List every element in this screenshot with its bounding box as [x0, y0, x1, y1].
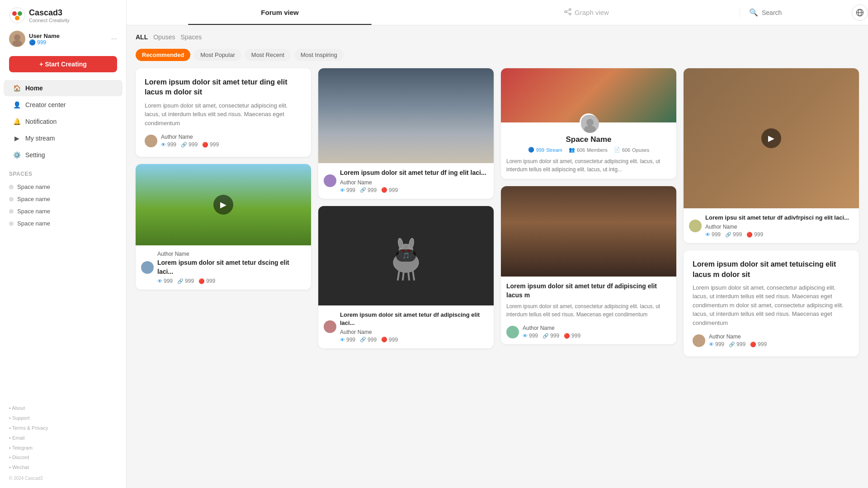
search-icon: 🔍 [749, 8, 758, 17]
space-card-name: Space Name [501, 135, 676, 144]
space-label-4: Space name [17, 220, 50, 227]
card-donkey-author-row: Lorem ipsum dolor sit amet tetur df adip… [324, 311, 488, 343]
sidebar-item-setting[interactable]: ⚙️ Setting [4, 147, 123, 163]
user-section: User Name 🔵 999 ··· [0, 25, 126, 52]
card-donkey[interactable]: 🎵 Lorem ipsum dolor sit amet tetur df ad… [318, 206, 494, 348]
card-long-text-author-avatar [693, 334, 705, 347]
card-portrait[interactable]: Lorem ipsum dolor sit amet tetur df adip… [501, 186, 676, 344]
card-donkey-author-name: Author Name [340, 329, 488, 335]
space-dot [9, 197, 14, 202]
space-card[interactable]: Space Name 🔵 999 Stream 👥 606 Members 📄 … [501, 68, 676, 179]
logo-text: Cascad3 Connect Creativity [29, 8, 70, 23]
card-sky-likes: 🔗999 [360, 187, 377, 193]
svg-line-9 [566, 10, 569, 11]
card-sky-author-avatar [324, 174, 336, 187]
graph-view-label: Graph view [575, 9, 609, 16]
svg-line-23 [413, 271, 414, 280]
card-1-author-info: Author Name 👁999 🔗999 🔴999 [161, 134, 219, 148]
space-card-meta: 🔵 999 Stream 👥 606 Members 📄 606 Opuses [501, 147, 676, 153]
svg-line-10 [566, 12, 569, 14]
filter-tab-opuses[interactable]: Opuses [153, 33, 175, 42]
footer-link-about[interactable]: • About [9, 404, 117, 413]
space-avatar [580, 113, 598, 131]
stream-icon: ▶ [13, 134, 21, 142]
svg-point-2 [18, 11, 22, 16]
pill-recommended[interactable]: Recommended [136, 49, 190, 61]
search-input[interactable] [762, 9, 841, 16]
space-item-1[interactable]: Space name [9, 181, 117, 193]
card-long-text-comments: 🔴999 [750, 341, 767, 347]
sidebar-item-notification[interactable]: 🔔 Notification [4, 113, 123, 130]
card-sky[interactable]: Lorem ipsum dolor sit amet tetur df ing … [318, 68, 494, 199]
card-1-views: 👁999 [161, 141, 176, 148]
filter-tab-all[interactable]: ALL [136, 33, 148, 42]
user-more-icon[interactable]: ··· [111, 35, 117, 43]
card-1[interactable]: Lorem ipsum dolor sit amet tetur ding el… [136, 68, 311, 157]
pill-most-inspiring[interactable]: Most Inspiring [294, 49, 344, 61]
card-bookstore[interactable]: ▶ Lorem ipsu sit amet tetur df adivfrpis… [684, 68, 859, 243]
card-portrait-likes: 🔗999 [542, 333, 559, 339]
svg-point-5 [12, 40, 22, 47]
start-creating-button[interactable]: + Start Creating [9, 56, 117, 72]
pill-most-popular[interactable]: Most Popular [194, 49, 241, 61]
svg-point-4 [14, 34, 20, 41]
space-dot [9, 185, 14, 189]
footer-link-email[interactable]: • Email [9, 434, 117, 443]
card-grass-author-info: Author Name Lorem ipsum dolor sit amet t… [157, 251, 306, 284]
donkey-image: 🎵 [318, 206, 494, 305]
user-coins: 🔵 999 [29, 39, 108, 46]
footer-link-wechat[interactable]: • Wechat [9, 463, 117, 472]
card-long-text-stats: 👁999 🔗999 🔴999 [709, 341, 767, 347]
spaces-section: Spaces Space name Space name Space name … [0, 167, 126, 233]
space-item-4[interactable]: Space name [9, 217, 117, 230]
sidebar-item-home[interactable]: 🏠 Home [4, 80, 123, 96]
footer-link-terms[interactable]: • Terms & Privacy [9, 424, 117, 433]
card-grass-author-row: Author Name Lorem ipsum dolor sit amet t… [141, 251, 306, 284]
card-bookstore-author-name: Author Name [705, 224, 849, 230]
card-portrait-bottom: Lorem ipsum dolor sit amet tetur df adip… [501, 277, 676, 344]
footer-link-telegram[interactable]: • Telegram [9, 444, 117, 453]
card-donkey-stats: 👁999 🔗999 🔴999 [340, 337, 488, 343]
globe-button[interactable] [852, 5, 868, 21]
card-grass-video[interactable]: ▶ Author Name Lorem ipsum dolor sit amet… [136, 164, 311, 290]
sidebar-item-label-home: Home [25, 84, 43, 92]
card-portrait-image-wrap [501, 186, 676, 277]
sidebar: Cascad3 Connect Creativity User Name 🔵 9… [0, 0, 127, 488]
card-donkey-author-info: Lorem ipsum dolor sit amet tetur df adip… [340, 311, 488, 343]
space-item-2[interactable]: Space name [9, 193, 117, 205]
card-grass-stats: 👁999 🔗999 🔴999 [157, 278, 306, 284]
audio-control[interactable]: 🎵 [396, 249, 416, 262]
card-donkey-author-avatar [324, 320, 336, 333]
space-avatar-row [501, 113, 676, 131]
portrait-image [501, 186, 676, 277]
card-portrait-comments: 🔴999 [564, 333, 580, 339]
pill-most-recent[interactable]: Most Recent [245, 49, 291, 61]
sidebar-item-creator-center[interactable]: 👤 Creator center [4, 97, 123, 113]
card-portrait-author-row: Author Name 👁999 🔗999 🔴999 [506, 325, 671, 339]
card-1-comments: 🔴999 [202, 141, 219, 148]
card-grass-author-avatar [141, 261, 154, 274]
svg-line-21 [403, 272, 404, 280]
play-button[interactable]: ▶ [213, 195, 233, 215]
footer-link-support[interactable]: • Support [9, 414, 117, 423]
bookstore-play-button[interactable]: ▶ [761, 128, 781, 148]
space-members: 👥 606 Members [569, 147, 608, 153]
sidebar-item-my-stream[interactable]: ▶ My stream [4, 130, 123, 146]
card-long-text[interactable]: Lorem ipsum dolor sit amet tetuiscing el… [684, 250, 859, 357]
footer-link-discord[interactable]: • Discord [9, 453, 117, 462]
card-portrait-author-name: Author Name [523, 325, 580, 331]
logo-area: Cascad3 Connect Creativity [0, 0, 126, 25]
svg-line-22 [408, 272, 409, 280]
filter-tab-spaces[interactable]: Spaces [180, 33, 202, 42]
card-bookstore-likes: 🔗999 [725, 231, 742, 238]
card-long-text-views: 👁999 [709, 341, 724, 347]
card-bookstore-views: 👁999 [705, 231, 721, 238]
grid-col-3: Space Name 🔵 999 Stream 👥 606 Members 📄 … [501, 68, 676, 344]
content-area: ALL Opuses Spaces Recommended Most Popul… [127, 25, 868, 488]
space-dot [9, 221, 14, 226]
tab-graph-view[interactable]: Graph view [433, 0, 740, 25]
card-sky-bottom: Lorem ipsum dolor sit amet tetur df ing … [318, 163, 494, 199]
space-item-3[interactable]: Space name [9, 205, 117, 217]
filter-pills-row: Recommended Most Popular Most Recent Mos… [136, 49, 859, 61]
tab-forum-view[interactable]: Forum view [127, 0, 433, 25]
